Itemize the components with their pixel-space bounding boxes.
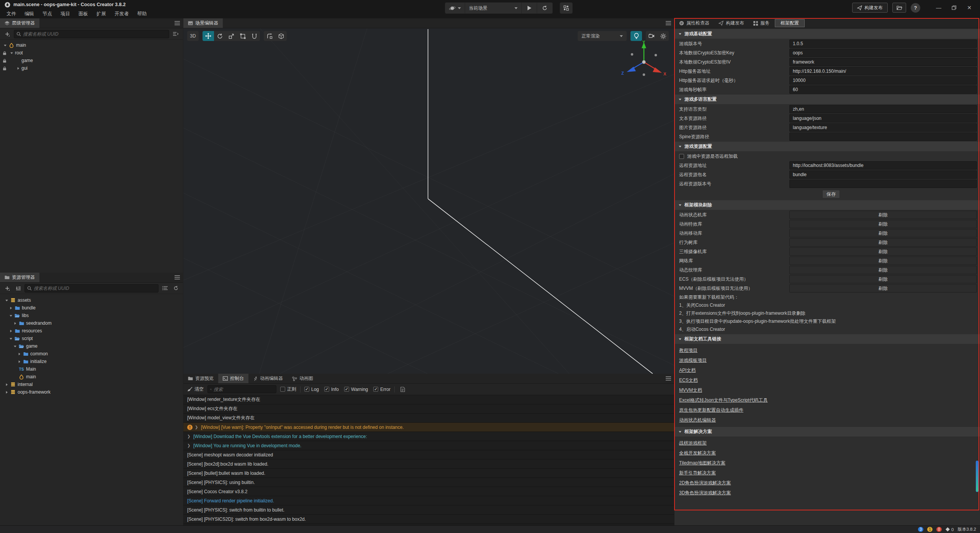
asset-node[interactable]: internal xyxy=(0,381,183,388)
section-header[interactable]: 框架文档工具链接 xyxy=(675,334,980,344)
asset-node[interactable]: game xyxy=(0,342,183,350)
inspector-scrollbar-thumb[interactable] xyxy=(976,461,978,492)
menu-item-4[interactable]: 面板 xyxy=(74,11,92,17)
console-menu-icon[interactable] xyxy=(666,376,671,381)
field-input[interactable] xyxy=(789,114,977,123)
filter-error[interactable]: ✓Error xyxy=(373,387,390,392)
chevron-right-icon[interactable] xyxy=(13,322,17,325)
status-warning-count[interactable]: 1 xyxy=(927,527,933,532)
log-row[interactable]: [Window] ecs文件夹存在 xyxy=(183,404,674,414)
asset-node[interactable]: TSMain xyxy=(0,365,183,373)
tab-console-1[interactable]: 控制台 xyxy=(218,374,248,383)
field-input[interactable] xyxy=(789,58,977,66)
solution-link[interactable]: 2D角色扮演游戏解决方案 xyxy=(679,480,731,486)
doc-link[interactable]: MVVM文档 xyxy=(679,387,702,394)
view-gizmo[interactable]: Y X Z xyxy=(619,39,669,85)
menu-item-2[interactable]: 节点 xyxy=(38,11,56,17)
log-row[interactable]: [Scene] meshopt wasm decoder initialized xyxy=(183,450,674,459)
solution-link[interactable]: 3D角色扮演游戏解决方案 xyxy=(679,490,731,496)
menu-item-3[interactable]: 项目 xyxy=(56,11,74,17)
camera-view-button[interactable] xyxy=(646,31,657,41)
log-file-icon[interactable] xyxy=(399,385,407,394)
status-info-count[interactable]: 3 xyxy=(918,527,923,532)
tab-framework-config[interactable]: 框架配置 xyxy=(775,19,805,27)
doc-link[interactable]: 动画状态机编辑器 xyxy=(679,417,716,423)
remove-button[interactable]: 剔除 xyxy=(879,221,888,227)
hierarchy-filter-icon[interactable] xyxy=(172,30,180,38)
field-input[interactable] xyxy=(789,85,977,94)
log-row[interactable]: ❯[Window] Download the Vue Devtools exte… xyxy=(183,432,674,441)
field-input[interactable] xyxy=(789,161,977,170)
remove-button[interactable]: 剔除 xyxy=(879,285,888,292)
chevron-down-icon[interactable] xyxy=(3,44,7,47)
asset-node[interactable]: seedrandom xyxy=(0,319,183,327)
section-header[interactable]: 框架解决方案 xyxy=(675,427,980,437)
scene-select[interactable]: 当前场景 xyxy=(465,3,522,13)
filter-log[interactable]: ✓Log xyxy=(304,387,319,392)
log-row[interactable]: [Scene] [box2d]:box2d wasm lib loaded. xyxy=(183,459,674,469)
build-publish-button[interactable]: 构建发布 xyxy=(852,3,888,13)
remove-button[interactable]: 剔除 xyxy=(879,230,888,237)
checkbox-unchecked-icon[interactable] xyxy=(679,154,684,159)
chevron-right-icon[interactable] xyxy=(5,383,9,386)
asset-node[interactable]: common xyxy=(0,350,183,358)
field-input[interactable] xyxy=(789,132,977,141)
section-header[interactable]: 框架模块剔除 xyxy=(675,200,980,210)
chevron-down-icon[interactable] xyxy=(5,299,9,302)
chevron-right-icon[interactable]: ❯ xyxy=(187,434,191,438)
status-build-count[interactable]: 0 xyxy=(946,527,954,532)
remove-button[interactable]: 剔除 xyxy=(879,267,888,273)
filter-warning[interactable]: ✓Warning xyxy=(344,387,368,392)
scale-tool-button[interactable] xyxy=(225,31,237,41)
assets-search[interactable] xyxy=(24,284,158,293)
open-project-folder-button[interactable] xyxy=(892,3,906,13)
create-asset-button[interactable] xyxy=(3,284,11,293)
chevron-right-icon[interactable] xyxy=(17,360,21,363)
tab-assets[interactable]: 资源管理器 xyxy=(0,273,39,282)
remove-button[interactable]: 剔除 xyxy=(879,276,888,283)
section-header[interactable]: 游戏基础配置 xyxy=(675,29,980,39)
menu-item-5[interactable]: 扩展 xyxy=(92,11,110,17)
doc-link[interactable]: 原生包热更新配置自动生成插件 xyxy=(679,407,743,414)
hierarchy-search[interactable] xyxy=(14,30,169,38)
hierarchy-node[interactable]: gui xyxy=(0,64,183,72)
snap-tool-button[interactable] xyxy=(264,31,275,41)
tab-hierarchy[interactable]: 层级管理器 xyxy=(0,18,39,28)
asset-node[interactable]: libs xyxy=(0,312,183,319)
preview-layout-button[interactable] xyxy=(560,2,573,14)
menu-item-7[interactable]: 帮助 xyxy=(133,11,151,17)
rotate-tool-button[interactable] xyxy=(214,31,225,41)
chevron-right-icon[interactable] xyxy=(5,391,9,394)
close-button[interactable]: ✕ xyxy=(964,5,975,11)
console-clear-button[interactable]: 清空 xyxy=(187,386,204,392)
tab-console-2[interactable]: 动画编辑器 xyxy=(248,374,287,383)
chevron-down-icon[interactable] xyxy=(13,345,17,348)
field-input[interactable] xyxy=(789,39,977,48)
transform-2d-tool-button[interactable] xyxy=(248,31,260,41)
chevron-right-icon[interactable] xyxy=(17,352,21,356)
field-input[interactable] xyxy=(789,76,977,85)
render-mode-select[interactable]: 正常渲染 xyxy=(578,31,627,41)
log-row[interactable]: [Scene] [bullet]:bullet wasm lib loaded. xyxy=(183,469,674,478)
chevron-down-icon[interactable] xyxy=(9,337,13,340)
field-input[interactable] xyxy=(789,123,977,132)
status-error-count[interactable]: 0 xyxy=(936,527,942,532)
log-row[interactable]: [Scene] Cocos Creator v3.8.2 xyxy=(183,487,674,496)
section-header[interactable]: 游戏多语言配置 xyxy=(675,95,980,104)
menu-item-6[interactable]: 开发者 xyxy=(110,11,133,17)
tab-build[interactable]: 构建发布 xyxy=(714,18,749,28)
console-search-input[interactable] xyxy=(214,387,274,392)
field-input[interactable] xyxy=(789,170,977,179)
minimize-button[interactable]: — xyxy=(933,5,944,11)
chevron-right-icon[interactable]: ❯ xyxy=(187,443,191,448)
remove-button[interactable]: 剔除 xyxy=(879,212,888,218)
doc-link[interactable]: 游戏模板项目 xyxy=(679,357,707,364)
chevron-right-icon[interactable] xyxy=(9,329,13,333)
solution-link[interactable]: Tiledmap地图解决方案 xyxy=(679,460,725,466)
maximize-button[interactable] xyxy=(949,5,959,10)
remove-button[interactable]: 剔除 xyxy=(879,258,888,264)
asset-node[interactable]: oops-framework xyxy=(0,388,183,396)
console-log-list[interactable]: [Window] render_texture文件夹存在[Window] ecs… xyxy=(183,395,674,525)
hierarchy-node[interactable]: game xyxy=(0,57,183,64)
doc-link[interactable]: API文档 xyxy=(679,367,696,374)
